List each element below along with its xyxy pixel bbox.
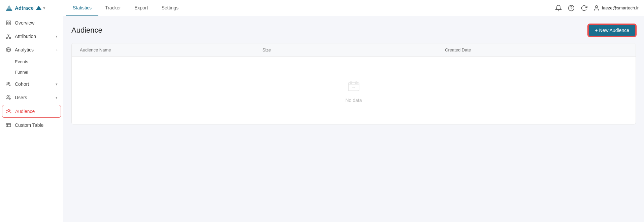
svg-rect-6 <box>6 21 8 23</box>
sidebar-item-attribution[interactable]: Attribution ▾ <box>0 30 63 43</box>
svg-point-20 <box>10 110 11 111</box>
svg-point-18 <box>7 96 8 97</box>
tab-statistics[interactable]: Statistics <box>66 0 98 16</box>
sidebar-label-funnel: Funnel <box>15 70 28 75</box>
sidebar: Overview Attribution ▾ Analytics › Event… <box>0 16 63 222</box>
svg-marker-2 <box>36 6 41 10</box>
audience-table: Audience Name Size Created Date No data <box>71 43 636 124</box>
svg-line-15 <box>8 37 10 37</box>
topnav-tabs: Statistics Tracker Export Settings <box>66 0 555 16</box>
no-data-icon <box>346 78 362 94</box>
app-switcher[interactable]: ▼ <box>36 5 46 11</box>
svg-point-21 <box>7 110 8 111</box>
brand-logo[interactable]: Adtrace ▼ <box>5 4 66 12</box>
no-data-state: No data <box>345 78 362 103</box>
chevron-down-icon: ▾ <box>56 34 58 39</box>
chevron-down-icon2: ▾ <box>56 82 58 86</box>
svg-point-11 <box>6 37 7 39</box>
page-title: Audience <box>71 26 102 35</box>
page-header: Audience + New Audience <box>71 24 636 36</box>
svg-rect-7 <box>9 21 10 23</box>
svg-rect-25 <box>348 83 359 91</box>
sidebar-label-analytics: Analytics <box>15 47 53 52</box>
column-audience-name: Audience Name <box>80 47 262 52</box>
tab-export[interactable]: Export <box>128 0 155 16</box>
table-body: No data <box>72 57 636 124</box>
main-content: Audience + New Audience Audience Name Si… <box>63 16 644 222</box>
notification-icon[interactable] <box>555 4 562 12</box>
svg-point-10 <box>8 34 9 35</box>
user-menu[interactable]: faeze@smartech.ir <box>593 5 639 11</box>
user-email: faeze@smartech.ir <box>602 5 639 10</box>
sidebar-label-custom-table: Custom Table <box>15 122 58 128</box>
sidebar-item-funnel[interactable]: Funnel <box>0 67 63 77</box>
chevron-down-icon3: ▾ <box>56 96 58 100</box>
brand-name: Adtrace <box>15 5 34 11</box>
sidebar-item-overview[interactable]: Overview <box>0 16 63 30</box>
table-icon <box>5 122 11 128</box>
tab-settings[interactable]: Settings <box>155 0 185 16</box>
sidebar-item-custom-table[interactable]: Custom Table <box>0 118 63 132</box>
svg-rect-9 <box>9 23 10 25</box>
refresh-icon[interactable] <box>580 4 588 12</box>
sidebar-item-users[interactable]: Users ▾ <box>0 91 63 104</box>
svg-line-14 <box>7 37 8 37</box>
users-icon <box>5 95 11 101</box>
sidebar-label-events: Events <box>15 59 28 64</box>
sidebar-item-analytics[interactable]: Analytics › <box>0 43 63 57</box>
sidebar-item-cohort[interactable]: Cohort ▾ <box>0 77 63 91</box>
svg-rect-22 <box>6 123 10 126</box>
svg-rect-8 <box>6 23 8 25</box>
sidebar-label-cohort: Cohort <box>15 81 52 87</box>
top-navigation: Adtrace ▼ Statistics Tracker Export Sett… <box>0 0 644 16</box>
sidebar-label-attribution: Attribution <box>15 34 52 39</box>
audience-icon <box>6 108 12 114</box>
sidebar-label-audience: Audience <box>15 109 57 114</box>
new-audience-button[interactable]: + New Audience <box>588 24 636 36</box>
column-created-date: Created Date <box>445 47 627 52</box>
svg-point-5 <box>595 5 598 8</box>
tab-tracker[interactable]: Tracker <box>98 0 128 16</box>
topnav-right: faeze@smartech.ir <box>555 4 639 12</box>
svg-point-17 <box>7 82 8 84</box>
sidebar-item-audience[interactable]: Audience <box>2 105 61 118</box>
sidebar-label-overview: Overview <box>15 20 58 26</box>
analytics-icon <box>5 47 11 53</box>
chevron-right-icon: › <box>56 48 58 52</box>
column-size: Size <box>262 47 445 52</box>
attribution-icon <box>5 33 11 39</box>
grid-icon <box>5 20 11 26</box>
svg-point-19 <box>8 110 9 111</box>
no-data-label: No data <box>345 98 362 103</box>
svg-point-12 <box>9 37 11 39</box>
table-header: Audience Name Size Created Date <box>72 43 636 57</box>
sidebar-item-events[interactable]: Events <box>0 57 63 67</box>
svg-marker-1 <box>7 5 11 9</box>
cohort-icon <box>5 81 11 87</box>
sidebar-label-users: Users <box>15 95 52 100</box>
support-icon[interactable] <box>568 4 575 12</box>
